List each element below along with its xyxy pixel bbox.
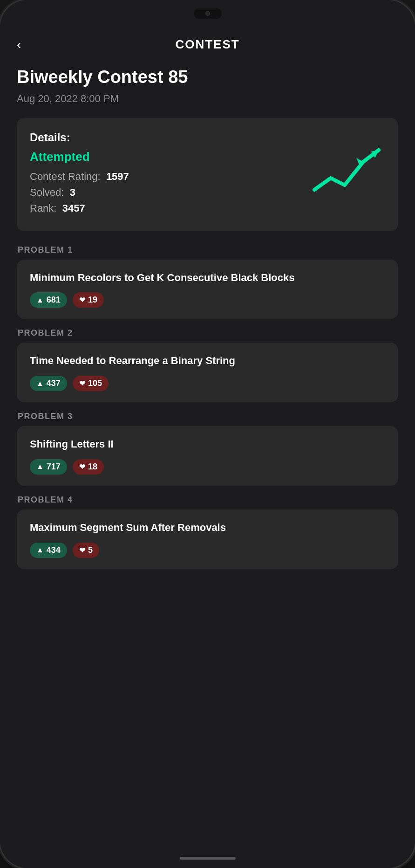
problem-title-3: Shifting Letters II xyxy=(30,437,385,452)
problem-section-4: PROBLEM 4 Maximum Segment Sum After Remo… xyxy=(17,495,398,569)
downvote-count-2: 105 xyxy=(88,379,102,388)
header: ‹ CONTEST xyxy=(17,37,398,52)
phone-frame: ‹ CONTEST Biweekly Contest 85 Aug 20, 20… xyxy=(0,0,415,868)
upvote-count-3: 717 xyxy=(47,462,61,472)
upvote-badge-2: ▲ 437 xyxy=(30,376,67,391)
upvote-count-2: 437 xyxy=(47,379,61,388)
problem-badges-4: ▲ 434 ❤ 5 xyxy=(30,543,385,558)
details-label: Details: xyxy=(30,131,385,144)
downvote-badge-4: ❤ 5 xyxy=(73,543,99,558)
solved-value: 3 xyxy=(70,186,75,198)
home-indicator xyxy=(180,857,236,860)
content-area: ‹ CONTEST Biweekly Contest 85 Aug 20, 20… xyxy=(0,0,415,868)
upvote-badge-4: ▲ 434 xyxy=(30,543,67,558)
upvote-icon-2: ▲ xyxy=(36,379,44,388)
upvote-icon-4: ▲ xyxy=(36,546,44,554)
upvote-badge-3: ▲ 717 xyxy=(30,459,67,475)
downvote-badge-2: ❤ 105 xyxy=(73,376,109,391)
upvote-icon-1: ▲ xyxy=(36,296,44,304)
downvote-count-4: 5 xyxy=(88,545,93,555)
trend-chart-icon xyxy=(310,148,384,201)
problems-container: PROBLEM 1 Minimum Recolors to Get K Cons… xyxy=(17,245,398,579)
rank-label: Rank: xyxy=(30,202,56,214)
rank-value: 3457 xyxy=(62,202,85,214)
upvote-icon-3: ▲ xyxy=(36,462,44,471)
contest-rating-label: Contest Rating: xyxy=(30,171,101,182)
upvote-count-1: 681 xyxy=(47,295,61,305)
downvote-badge-3: ❤ 18 xyxy=(73,459,104,475)
details-card: Details: Attempted Contest Rating: 1597 … xyxy=(17,118,398,231)
phone-screen: ‹ CONTEST Biweekly Contest 85 Aug 20, 20… xyxy=(0,0,415,868)
contest-date: Aug 20, 2022 8:00 PM xyxy=(17,93,398,105)
problem-title-4: Maximum Segment Sum After Removals xyxy=(30,521,385,535)
upvote-count-4: 434 xyxy=(47,545,61,555)
camera-dot xyxy=(205,11,210,16)
solved-label: Solved: xyxy=(30,186,64,198)
downvote-icon-2: ❤ xyxy=(79,379,85,388)
problem-card-3[interactable]: Shifting Letters II ▲ 717 ❤ 18 xyxy=(17,426,398,486)
problem-section-2: PROBLEM 2 Time Needed to Rearrange a Bin… xyxy=(17,328,398,402)
problem-label-4: PROBLEM 4 xyxy=(17,495,398,505)
problem-badges-2: ▲ 437 ❤ 105 xyxy=(30,376,385,391)
problem-badges-3: ▲ 717 ❤ 18 xyxy=(30,459,385,475)
problem-card-1[interactable]: Minimum Recolors to Get K Consecutive Bl… xyxy=(17,260,398,319)
downvote-icon-3: ❤ xyxy=(79,462,85,471)
upvote-badge-1: ▲ 681 xyxy=(30,292,67,308)
problem-label-3: PROBLEM 3 xyxy=(17,412,398,421)
downvote-badge-1: ❤ 19 xyxy=(73,292,104,308)
downvote-count-3: 18 xyxy=(88,462,97,472)
rank-row: Rank: 3457 xyxy=(30,202,385,214)
problem-card-2[interactable]: Time Needed to Rearrange a Binary String… xyxy=(17,343,398,402)
contest-title: Biweekly Contest 85 xyxy=(17,67,398,88)
page-title: CONTEST xyxy=(175,37,239,52)
downvote-icon-4: ❤ xyxy=(79,546,85,555)
notch xyxy=(194,8,222,19)
downvote-count-1: 19 xyxy=(88,295,97,305)
problem-badges-1: ▲ 681 ❤ 19 xyxy=(30,292,385,308)
problem-title-1: Minimum Recolors to Get K Consecutive Bl… xyxy=(30,271,385,285)
problem-label-1: PROBLEM 1 xyxy=(17,245,398,255)
problem-section-1: PROBLEM 1 Minimum Recolors to Get K Cons… xyxy=(17,245,398,319)
contest-rating-value: 1597 xyxy=(106,171,129,182)
problem-title-2: Time Needed to Rearrange a Binary String xyxy=(30,354,385,368)
back-button[interactable]: ‹ xyxy=(17,38,21,51)
problem-section-3: PROBLEM 3 Shifting Letters II ▲ 717 ❤ 18 xyxy=(17,412,398,486)
downvote-icon-1: ❤ xyxy=(79,296,85,304)
problem-label-2: PROBLEM 2 xyxy=(17,328,398,338)
problem-card-4[interactable]: Maximum Segment Sum After Removals ▲ 434… xyxy=(17,510,398,569)
